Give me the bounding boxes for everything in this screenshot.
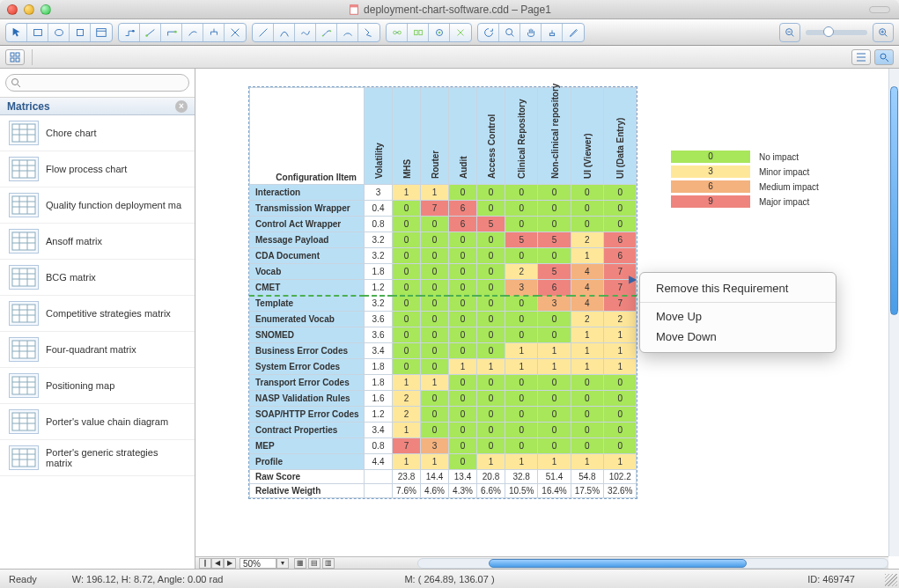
zoom-slider[interactable] bbox=[806, 30, 867, 35]
angled-connector-tool[interactable] bbox=[161, 23, 182, 42]
matrix-row-header[interactable]: MEP bbox=[250, 438, 365, 454]
matrix-cell[interactable]: 0 bbox=[449, 264, 477, 280]
matrix-cell[interactable]: 2 bbox=[505, 264, 538, 280]
matrix-cell[interactable]: 7 bbox=[604, 296, 637, 312]
matrix-cell[interactable]: 1 bbox=[421, 375, 449, 391]
matrix-cell[interactable]: 0 bbox=[477, 391, 505, 407]
matrix-cell[interactable]: 0 bbox=[393, 296, 421, 312]
matrix-cell[interactable]: 0 bbox=[449, 407, 477, 423]
matrix-cell[interactable]: 0 bbox=[449, 232, 477, 248]
matrix-cell[interactable]: 0 bbox=[421, 217, 449, 232]
matrix-cell[interactable]: 0 bbox=[477, 296, 505, 312]
search-input[interactable] bbox=[5, 74, 189, 92]
matrix-cell[interactable]: 0 bbox=[393, 248, 421, 264]
library-grid-view-button[interactable] bbox=[5, 49, 25, 65]
matrix-cell[interactable]: 0 bbox=[538, 217, 571, 232]
library-search-button[interactable] bbox=[874, 49, 894, 65]
title-bar-pill[interactable] bbox=[869, 6, 890, 13]
matrix-cell[interactable]: 0 bbox=[505, 391, 538, 407]
matrix-cell[interactable]: 0 bbox=[421, 359, 449, 375]
arc-tool[interactable] bbox=[274, 23, 295, 42]
matrix-row-header[interactable]: Business Error Codes bbox=[250, 343, 365, 359]
matrix-cell[interactable]: 0 bbox=[449, 343, 477, 359]
matrix-cell[interactable]: 0 bbox=[538, 327, 571, 343]
matrix-cell[interactable]: 2 bbox=[604, 312, 637, 327]
matrix-cell[interactable]: 0 bbox=[604, 423, 637, 438]
matrix-col-header[interactable]: Non-clinical repository bbox=[538, 88, 571, 185]
zoom-dropdown[interactable]: ▾ bbox=[276, 558, 289, 569]
matrix-cell[interactable]: 0 bbox=[393, 359, 421, 375]
path-tool[interactable] bbox=[358, 23, 379, 42]
matrix-col-header[interactable]: Clinical Repository bbox=[505, 88, 538, 185]
matrix-cell[interactable]: 0 bbox=[449, 327, 477, 343]
matrix-cell[interactable]: 0 bbox=[505, 327, 538, 343]
bezier-tool[interactable] bbox=[316, 23, 337, 42]
matrix-cell[interactable]: 7 bbox=[393, 438, 421, 454]
matrix-cell[interactable]: 0 bbox=[477, 312, 505, 327]
matrix-row-header[interactable]: System Error Codes bbox=[250, 359, 365, 375]
matrix-cell[interactable]: 0 bbox=[421, 232, 449, 248]
matrix-cell[interactable]: 0 bbox=[449, 280, 477, 296]
matrix-row-header[interactable]: SOAP/HTTP Error Codes bbox=[250, 407, 365, 423]
matrix-cell[interactable]: 0 bbox=[421, 423, 449, 438]
matrix-cell[interactable]: 0 bbox=[393, 343, 421, 359]
matrix-cell[interactable]: 0 bbox=[505, 438, 538, 454]
matrix-cell[interactable]: 1 bbox=[571, 454, 603, 470]
sidebar-item-6[interactable]: Four-quadrant matrix bbox=[0, 332, 195, 368]
matrix-cell[interactable]: 0 bbox=[449, 391, 477, 407]
matrix-cell[interactable]: 0 bbox=[477, 232, 505, 248]
matrix-cell[interactable]: 5 bbox=[538, 232, 571, 248]
matrix-cell[interactable]: 0 bbox=[538, 423, 571, 438]
matrix-cell[interactable]: 0 bbox=[538, 248, 571, 264]
matrix-cell[interactable]: 0 bbox=[477, 438, 505, 454]
matrix-cell[interactable]: 0 bbox=[393, 201, 421, 217]
matrix-row-header[interactable]: NASP Validation Rules bbox=[250, 391, 365, 407]
library-list-view-button[interactable] bbox=[851, 49, 871, 65]
round-connector-tool[interactable] bbox=[182, 23, 203, 42]
matrix-cell[interactable]: 1 bbox=[604, 454, 637, 470]
sidebar-item-1[interactable]: Flow process chart bbox=[0, 151, 195, 187]
matrix-cell[interactable]: 0 bbox=[571, 375, 603, 391]
sidebar-item-2[interactable]: Quality function deployment ma bbox=[0, 187, 195, 224]
matrix-cell[interactable]: 1 bbox=[604, 343, 637, 359]
matrix-cell[interactable]: 0 bbox=[477, 185, 505, 201]
deployment-matrix[interactable]: Configuration IItemVolatilityMHSRouterAu… bbox=[248, 86, 637, 499]
matrix-cell[interactable]: 0 bbox=[393, 280, 421, 296]
smart-tag-icon[interactable]: ▶ bbox=[629, 273, 637, 285]
matrix-cell[interactable]: 1 bbox=[505, 454, 538, 470]
matrix-cell[interactable]: 0 bbox=[571, 185, 603, 201]
matrix-cell[interactable]: 0 bbox=[449, 248, 477, 264]
matrix-cell[interactable]: 0 bbox=[477, 343, 505, 359]
matrix-row-header[interactable]: CMET bbox=[250, 280, 365, 296]
matrix-cell[interactable]: 0 bbox=[538, 312, 571, 327]
matrix-cell[interactable]: 0 bbox=[449, 375, 477, 391]
matrix-cell[interactable]: 0 bbox=[449, 438, 477, 454]
sidebar-item-3[interactable]: Ansoff matrix bbox=[0, 224, 195, 260]
matrix-cell[interactable]: 0 bbox=[449, 296, 477, 312]
chain-tool-1[interactable] bbox=[387, 23, 408, 42]
matrix-cell[interactable]: 0 bbox=[477, 327, 505, 343]
context-move-up[interactable]: Move Up bbox=[640, 306, 836, 327]
matrix-cell[interactable]: 4 bbox=[571, 296, 603, 312]
page-next-button[interactable]: ▶ bbox=[224, 558, 236, 569]
matrix-cell[interactable]: 0 bbox=[393, 327, 421, 343]
matrix-col-header[interactable]: Volatility bbox=[365, 88, 393, 185]
matrix-cell[interactable]: 1 bbox=[571, 327, 603, 343]
view-mode-3[interactable]: ▥ bbox=[322, 558, 335, 569]
chain-tool-3[interactable] bbox=[429, 23, 450, 42]
matrix-cell[interactable]: 0 bbox=[505, 185, 538, 201]
sidebar-item-9[interactable]: Porter's generic strategies matrix bbox=[0, 440, 195, 476]
matrix-cell[interactable]: 0 bbox=[421, 407, 449, 423]
matrix-cell[interactable]: 0 bbox=[421, 248, 449, 264]
matrix-row-header[interactable]: Transport Error Codes bbox=[250, 375, 365, 391]
matrix-col-header[interactable]: MHS bbox=[393, 88, 421, 185]
matrix-cell[interactable]: 1 bbox=[393, 423, 421, 438]
matrix-cell[interactable]: 0 bbox=[538, 375, 571, 391]
multi-connector-tool[interactable] bbox=[225, 23, 246, 42]
sidebar-item-5[interactable]: Competitive strategies matrix bbox=[0, 296, 195, 332]
matrix-cell[interactable]: 0 bbox=[421, 312, 449, 327]
matrix-cell[interactable]: 0 bbox=[571, 391, 603, 407]
matrix-cell[interactable]: 0 bbox=[505, 201, 538, 217]
matrix-cell[interactable]: 1 bbox=[571, 248, 603, 264]
matrix-cell[interactable]: 0 bbox=[393, 264, 421, 280]
